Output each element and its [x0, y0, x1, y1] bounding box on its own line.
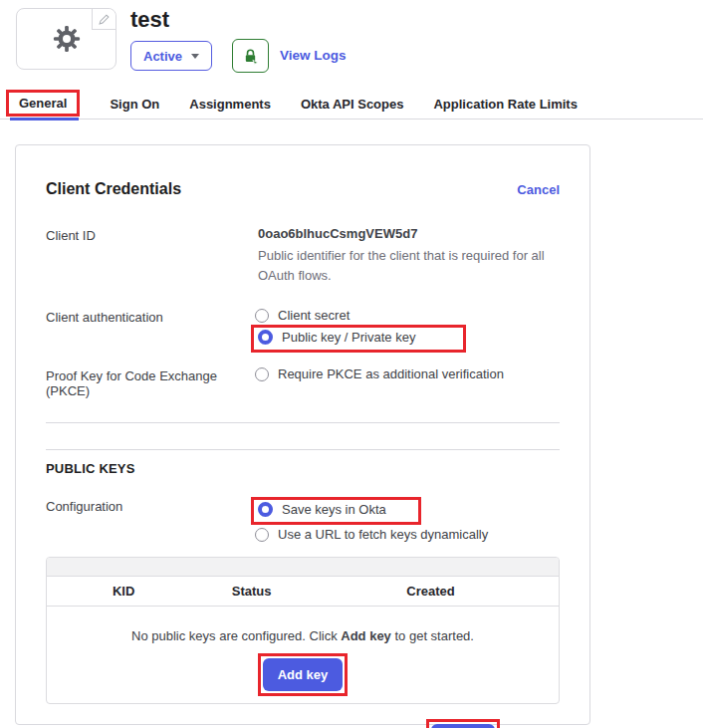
app-status-label: Active: [143, 49, 182, 64]
client-credentials-card: Client Credentials Cancel Client ID 0oao…: [15, 144, 590, 725]
tab-okta-api-scopes[interactable]: Okta API Scopes: [301, 97, 404, 112]
radio-client-secret[interactable]: Client secret: [255, 308, 350, 323]
configuration-label: Configuration: [46, 497, 258, 514]
empty-state-prefix: No public keys are configured. Click: [131, 628, 341, 643]
pkce-row: Proof Key for Code Exchange (PKCE) Requi…: [46, 366, 560, 398]
column-header-created: Created: [303, 584, 559, 599]
chevron-down-icon: [191, 54, 199, 59]
radio-public-key-label: Public key / Private key: [282, 330, 415, 345]
pencil-icon: [99, 14, 110, 25]
lock-icon: [242, 48, 259, 65]
configuration-row: Configuration Save keys in Okta Use a UR…: [46, 497, 560, 542]
section-divider: [46, 449, 560, 450]
highlight-box-save: Save: [426, 719, 500, 728]
client-id-value: 0oao6blhucCsmgVEW5d7: [258, 226, 560, 241]
view-logs-link[interactable]: View Logs: [280, 48, 347, 63]
radio-checked-icon: [258, 502, 273, 517]
radio-use-url-label: Use a URL to fetch keys dynamically: [278, 527, 488, 542]
pkce-option-label: Require PKCE as additional verification: [278, 366, 504, 381]
client-id-description: Public identifier for the client that is…: [258, 246, 557, 286]
column-header-status: Status: [200, 584, 303, 599]
page-title: test: [130, 7, 169, 33]
public-keys-table: KID Status Created No public keys are co…: [46, 557, 560, 704]
gear-icon: [51, 23, 83, 55]
tab-sign-on[interactable]: Sign On: [110, 97, 159, 112]
radio-save-keys-label: Save keys in Okta: [282, 502, 386, 517]
highlight-box-public-key: Public key / Private key: [251, 325, 466, 353]
highlight-box-save-keys: Save keys in Okta: [251, 497, 421, 525]
radio-client-secret-label: Client secret: [278, 308, 350, 323]
tab-general[interactable]: General: [6, 90, 80, 117]
client-id-label: Client ID: [46, 226, 258, 243]
radio-use-url-fetch-keys[interactable]: Use a URL to fetch keys dynamically: [255, 527, 488, 542]
app-status-dropdown[interactable]: Active: [130, 41, 212, 71]
section-title-client-credentials: Client Credentials: [46, 180, 181, 198]
radio-unchecked-icon: [255, 309, 269, 323]
client-authentication-label: Client authentication: [46, 308, 258, 325]
edit-logo-button[interactable]: [92, 9, 116, 30]
table-header-row: KID Status Created: [47, 577, 559, 607]
tab-assignments[interactable]: Assignments: [189, 97, 271, 112]
radio-public-key-private-key[interactable]: Public key / Private key: [258, 330, 415, 345]
table-empty-body: No public keys are configured. Click Add…: [47, 628, 559, 696]
pkce-label: Proof Key for Code Exchange (PKCE): [46, 366, 258, 398]
save-button[interactable]: Save: [431, 724, 495, 728]
app-header: test Active View Logs: [0, 0, 703, 90]
card-header: Client Credentials Cancel: [46, 180, 560, 198]
highlight-box-add-key: Add key: [258, 653, 349, 696]
empty-state-bold: Add key: [341, 628, 391, 643]
client-id-row: Client ID 0oao6blhucCsmgVEW5d7 Public id…: [46, 226, 560, 286]
cancel-link-top[interactable]: Cancel: [517, 182, 560, 197]
tab-application-rate-limits[interactable]: Application Rate Limits: [433, 97, 577, 112]
radio-unchecked-icon: [255, 528, 269, 542]
empty-state-message: No public keys are configured. Click Add…: [47, 628, 559, 643]
section-divider: [46, 422, 560, 423]
checkbox-require-pkce[interactable]: Require PKCE as additional verification: [255, 366, 504, 381]
client-authentication-row: Client authentication Client secret Publ…: [46, 308, 560, 353]
admin-lock-button[interactable]: [232, 39, 269, 73]
public-keys-heading: PUBLIC KEYS: [46, 461, 560, 476]
empty-state-suffix: to get started.: [391, 628, 474, 643]
radio-save-keys-in-okta[interactable]: Save keys in Okta: [258, 502, 386, 517]
active-tab-underline: [10, 118, 79, 121]
radio-checked-icon: [258, 330, 273, 345]
table-toolbar: [47, 558, 559, 577]
add-key-button[interactable]: Add key: [263, 658, 344, 691]
radio-unchecked-icon: [255, 367, 269, 381]
tab-bar: General Sign On Assignments Okta API Sco…: [0, 90, 703, 120]
app-logo-tile: [16, 8, 117, 70]
card-footer: Save Cancel: [46, 719, 560, 728]
column-header-kid: KID: [47, 584, 200, 599]
